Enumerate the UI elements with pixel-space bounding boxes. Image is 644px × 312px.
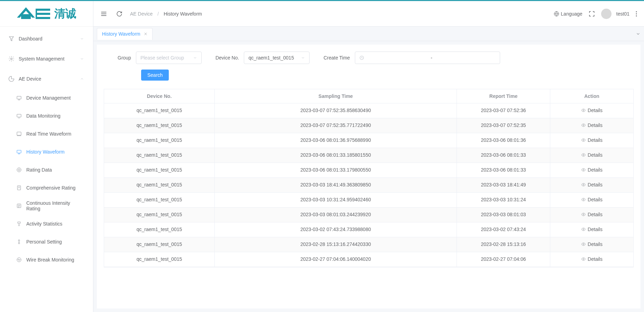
clock-icon [359,55,364,60]
table-row: qc_raem1_test_00152023-03-03 08:01:03.24… [104,208,633,222]
table-row: qc_raem1_test_00152023-02-28 15:13:16.27… [104,237,633,252]
chevron-down-icon[interactable] [636,31,641,36]
svg-rect-8 [17,114,21,117]
sidebar-item-comprehensive-rating[interactable]: Comprehensive Rating [0,179,93,197]
td-action: Details [550,103,633,118]
svg-point-34 [583,199,584,200]
td-action: Details [550,133,633,148]
sidebar-item-activity-statistics[interactable]: Activity Statistics [0,215,93,233]
details-button[interactable]: Details [581,137,602,143]
details-button[interactable]: Details [581,241,602,247]
details-button[interactable]: Details [581,197,602,202]
sidebar-item-ae-device[interactable]: AE Device [0,69,93,89]
details-button[interactable]: Details [581,227,602,232]
logo-text: 清诚 [54,6,76,21]
details-button[interactable]: Details [581,167,602,173]
td-device: qc_raem1_test_0015 [104,133,215,148]
gear-icon [8,56,15,62]
th-device: Device No. [104,89,215,103]
th-report: Report Time [457,89,550,103]
language-switcher[interactable]: Language [554,11,582,17]
td-sampling: 2023-03-03 08:01:03.244239920 [215,208,457,222]
td-report: 2023-03-07 07:52:36 [457,103,550,118]
piechart-icon [8,76,15,82]
sidebar-item-label: System Management [19,56,80,62]
sidebar-item-realtime-waveform[interactable]: Real Time Waveform [0,125,93,143]
td-sampling: 2023-03-06 08:01:33.185801550 [215,148,457,163]
th-sampling: Sampling Time [215,89,457,103]
group-select[interactable]: Please select Group [136,52,202,64]
sidebar-item-dashboard[interactable]: Dashboard [0,29,93,49]
rating-icon [15,167,23,173]
th-action: Action [550,89,633,103]
breadcrumb-parent[interactable]: AE Device [130,11,153,17]
svg-point-36 [583,229,584,230]
device-no-select[interactable]: qc_raem1_test_0015 [244,52,310,64]
td-device: qc_raem1_test_0015 [104,222,215,237]
table-row: qc_raem1_test_00152023-02-27 07:04:06.14… [104,252,633,267]
sidebar-item-personal-setting[interactable]: Personal Setting [0,233,93,251]
td-sampling: 2023-03-03 18:41:49.363809850 [215,178,457,192]
table-row: qc_raem1_test_00152023-03-02 07:43:24.73… [104,222,633,237]
td-device: qc_raem1_test_0015 [104,237,215,252]
logo: 清诚 [0,1,93,27]
chevron-down-icon [80,57,85,61]
thermometer-icon [15,239,23,245]
details-label: Details [588,137,602,143]
search-button[interactable]: Search [141,70,169,81]
close-icon[interactable] [144,32,147,36]
more-icon[interactable] [634,10,638,18]
avatar[interactable] [601,9,611,19]
sidebar-item-label: Continuous Intensity Rating [26,200,85,211]
svg-point-22 [636,11,637,12]
eye-icon [581,257,586,261]
sidebar-item-device-management[interactable]: Device Management [0,89,93,107]
eye-icon [581,108,586,113]
details-button[interactable]: Details [581,256,602,262]
sidebar-item-continuous-intensity[interactable]: Continuous Intensity Rating [0,197,93,215]
sidebar-item-rating-data[interactable]: Rating Data [0,161,93,179]
hamburger-icon[interactable] [99,9,109,19]
group-label: Group [118,55,131,61]
svg-point-15 [18,240,20,241]
sidebar-item-data-monitoring[interactable]: Data Monitoring [0,107,93,125]
tabbar: History Waveform [93,27,644,41]
sidebar-item-wire-break[interactable]: Wire Break Monitoring [0,251,93,269]
create-time-range[interactable]: - [355,52,500,64]
td-device: qc_raem1_test_0015 [104,148,215,163]
tab-label: History Waveform [102,31,140,37]
eye-icon [581,123,586,128]
td-sampling: 2023-03-02 07:43:24.733988080 [215,222,457,237]
content-panel: Group Please select Group Device No. qc_… [97,45,641,309]
chevron-down-icon [193,56,197,60]
sidebar-item-label: Wire Break Monitoring [26,257,74,263]
td-device: qc_raem1_test_0015 [104,118,215,133]
tab-history-waveform[interactable]: History Waveform [97,28,153,40]
details-button[interactable]: Details [581,122,602,128]
details-label: Details [588,256,602,262]
sidebar-item-history-waveform[interactable]: History Waveform [0,143,93,161]
details-button[interactable]: Details [581,212,602,217]
document-icon [15,185,23,191]
svg-point-30 [583,139,584,141]
svg-point-11 [17,168,21,172]
sidebar-item-system-management[interactable]: System Management [0,49,93,69]
td-device: qc_raem1_test_0015 [104,178,215,192]
svg-point-38 [583,258,584,260]
td-device: qc_raem1_test_0015 [104,103,215,118]
monitor-icon [15,113,23,119]
td-report: 2023-03-03 10:31:24 [457,193,550,207]
details-button[interactable]: Details [581,182,602,187]
details-button[interactable]: Details [581,152,602,158]
refresh-icon[interactable] [115,9,124,18]
breadcrumb-current: History Waveform [164,11,202,17]
sidebar-item-label: Personal Setting [26,239,62,245]
sidebar-item-label: Activity Statistics [26,221,62,227]
details-button[interactable]: Details [581,108,602,113]
svg-point-32 [583,169,584,171]
svg-point-24 [636,15,637,16]
sidebar-item-label: Data Monitoring [26,113,61,119]
td-report: 2023-03-06 08:01:33 [457,163,550,177]
fullscreen-icon[interactable] [587,9,596,18]
table-row: qc_raem1_test_00152023-03-07 07:52:35.77… [104,118,633,133]
